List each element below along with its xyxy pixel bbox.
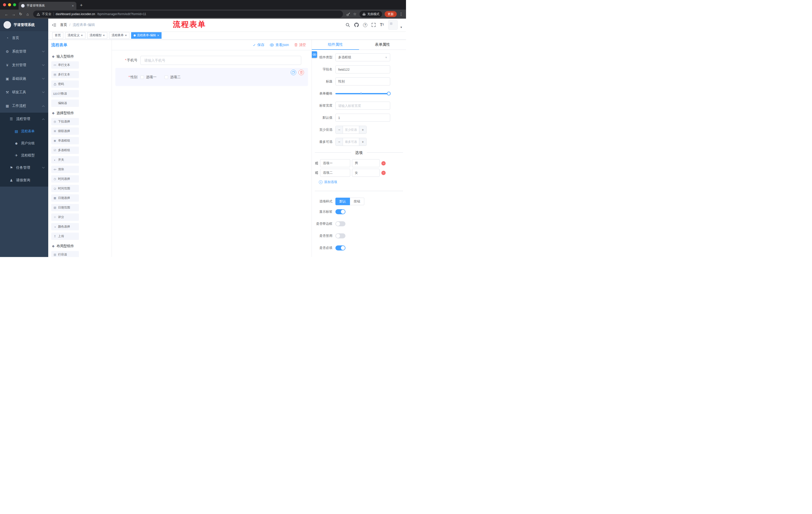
tab-close-icon[interactable]: × [72,4,74,8]
tag-close-icon[interactable]: × [103,34,105,37]
sidebar-item-process-form[interactable]: ▤ 流程表单 [0,125,48,137]
drag-handle-icon[interactable] [315,161,318,165]
style-default-button[interactable]: 默认 [336,198,350,205]
sidebar-item-home[interactable]: ◔ 首页 [0,31,48,45]
view-json-button[interactable]: 查看json [270,43,289,47]
browser-menu-icon[interactable]: ⋮ [399,12,403,16]
tab-form-props[interactable]: 表单属性 [359,40,406,50]
border-toggle[interactable] [336,221,345,226]
home-icon[interactable]: ⌂ [24,12,31,16]
tag-process-model[interactable]: 流程模型 × [87,32,108,39]
clear-button[interactable]: 清空 [294,43,306,47]
bookmark-star-icon[interactable]: ☆ [353,12,356,16]
palette-item-switch[interactable]: ◐开关 [51,156,79,163]
collapse-panel-button[interactable] [312,51,317,58]
field-name-input[interactable] [336,65,390,74]
canvas-body[interactable]: *手机号 *性别 选项一 选项二 [112,50,312,257]
github-icon[interactable] [354,23,359,27]
palette-item-multi-text[interactable]: ▤多行文本 [51,71,79,78]
disabled-toggle[interactable] [336,233,345,238]
sidebar-item-process-model[interactable]: ✈ 流程模型 [0,150,48,161]
palette-item-date-range[interactable]: ▧日期范围 [51,204,79,211]
tab-component-props[interactable]: 组件属性 [312,40,359,50]
show-label-toggle[interactable] [336,209,345,214]
palette-item-slider[interactable]: 滑块 [51,166,79,173]
add-option-button[interactable]: + 添加选项 [319,180,403,184]
delete-widget-button[interactable] [298,70,304,75]
palette-item-rate[interactable]: ☆评分 [51,214,79,221]
style-button-button[interactable]: 按钮 [350,198,364,205]
option-2-value-input[interactable] [352,169,380,177]
tag-process-definition[interactable]: 流程定义 × [65,32,85,39]
tag-close-icon[interactable]: × [125,34,127,37]
label-width-input[interactable] [336,102,390,110]
window-close-button[interactable] [3,3,6,6]
max-select-input[interactable] [343,138,359,145]
palette-item-cascader[interactable]: ⊞级联选择 [51,128,79,135]
reload-icon[interactable]: ↻ [17,12,24,16]
palette-item-counter[interactable]: 123计数器 [51,90,79,97]
tag-close-icon[interactable]: × [81,34,83,37]
minus-button[interactable]: − [336,138,343,145]
browser-update-button[interactable]: 更新 [385,11,397,17]
font-size-icon[interactable]: TT [380,23,384,27]
sidebar-item-infrastructure[interactable]: ▣ 基础设施 [0,72,48,85]
default-value-input[interactable] [336,114,390,122]
checkbox-option-2[interactable]: 选项二 [165,75,181,79]
sidebar-item-workflow[interactable]: ▦ 工作流程 [0,99,48,113]
window-zoom-button[interactable] [13,3,16,6]
help-icon[interactable]: ? [363,23,367,27]
copy-widget-button[interactable] [291,70,296,75]
sidebar-item-dev-tools[interactable]: ⚒ 研发工具 [0,85,48,99]
plus-button[interactable]: + [359,126,366,134]
canvas-field-phone[interactable]: *手机号 [115,56,308,65]
palette-item-single-text[interactable]: ▭单行文本 [51,61,79,69]
option-1-label-input[interactable] [320,159,350,167]
min-select-input[interactable] [343,126,359,134]
new-tab-button[interactable]: + [80,3,83,7]
remove-option-icon[interactable]: − [381,171,386,175]
palette-item-time-picker[interactable]: ◷时间选择 [51,175,79,183]
palette-item-checkbox-group[interactable]: ☑多选框组 [51,146,79,154]
search-icon[interactable] [346,23,350,27]
url-field[interactable]: 不安全 dashboard.yudao.iocoder.cn /bpm/mana… [33,10,343,18]
component-type-select[interactable]: 多选框组 ▼ [336,53,390,61]
title-input[interactable] [336,77,390,85]
tag-process-form[interactable]: 流程表单 × [109,32,129,39]
palette-item-password[interactable]: 密码 [51,80,79,88]
tag-close-icon[interactable]: × [157,34,159,37]
hamburger-icon[interactable] [48,23,60,27]
palette-item-row-container[interactable]: ▥行容器 [51,251,79,257]
checkbox-option-1[interactable]: 选项一 [140,75,156,79]
forward-icon[interactable]: → [10,12,17,16]
tag-home[interactable]: 首页 [52,32,63,39]
phone-input[interactable] [140,56,301,65]
breadcrumb-home[interactable]: 首页 [60,23,67,27]
palette-item-editor[interactable]: 编辑器 [51,100,79,107]
option-2-label-input[interactable] [320,169,350,177]
browser-tab[interactable]: 芋道管理系统 × [19,2,76,9]
canvas-field-gender-selected[interactable]: *性别 选项一 选项二 [115,68,308,86]
security-warning-icon[interactable] [37,12,40,16]
fullscreen-icon[interactable] [372,23,376,27]
palette-item-time-range[interactable]: ◶时间范围 [51,185,79,192]
save-button[interactable]: ✓ 保存 [253,43,265,47]
sidebar-item-leave-query[interactable]: ♟ 请假查询 [0,174,48,187]
palette-item-color-picker[interactable]: ◑颜色选择 [51,223,79,231]
required-toggle[interactable] [336,245,345,250]
slider-handle[interactable] [387,92,391,96]
sidebar-item-task-mgmt[interactable]: ⚑ 任务管理 [0,161,48,174]
plus-button[interactable]: + [359,138,366,145]
option-1-value-input[interactable] [352,159,380,167]
password-key-icon[interactable] [346,12,350,16]
back-icon[interactable]: ← [3,12,10,16]
palette-item-radio-group[interactable]: ◉单选框组 [51,137,79,144]
tag-process-form-edit[interactable]: 流程表单-编辑 × [131,32,162,39]
palette-item-upload[interactable]: ↥上传 [51,233,79,240]
grid-slider[interactable] [336,89,390,98]
sidebar-item-payment-mgmt[interactable]: ¥ 支付管理 [0,58,48,72]
sidebar-item-system-mgmt[interactable]: ⚙ 系统管理 [0,45,48,58]
remove-option-icon[interactable]: − [381,161,386,165]
user-avatar[interactable] [388,20,398,30]
sidebar-item-user-group[interactable]: ☻ 用户分组 [0,137,48,150]
